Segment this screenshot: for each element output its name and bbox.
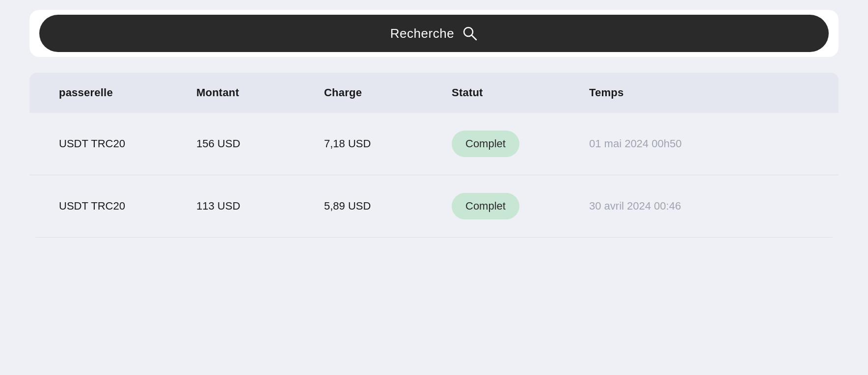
search-bar[interactable]: Recherche [39, 15, 829, 52]
svg-line-1 [472, 35, 476, 40]
col-header-montant: Montant [196, 86, 324, 99]
cell-temps-1: 01 mai 2024 00h50 [589, 137, 809, 150]
search-icon [462, 26, 478, 41]
cell-statut-2: Complet [452, 193, 589, 219]
cell-statut-1: Complet [452, 131, 589, 157]
cell-charge-1: 7,18 USD [324, 137, 452, 150]
table-container: passerelle Montant Charge Statut Temps U… [29, 73, 839, 238]
col-header-temps: Temps [589, 86, 809, 99]
col-header-passerelle: passerelle [59, 86, 196, 99]
table-row: USDT TRC20 113 USD 5,89 USD Complet 30 a… [29, 175, 839, 238]
table-header: passerelle Montant Charge Statut Temps [29, 73, 839, 113]
page-wrapper: Recherche passerelle Montant Charge Stat… [0, 0, 868, 375]
search-container: Recherche [29, 10, 839, 57]
cell-charge-2: 5,89 USD [324, 200, 452, 213]
search-bar-label: Recherche [390, 26, 454, 41]
cell-montant-2: 113 USD [196, 200, 324, 213]
cell-passerelle-2: USDT TRC20 [59, 200, 196, 213]
cell-montant-1: 156 USD [196, 137, 324, 150]
table-row: USDT TRC20 156 USD 7,18 USD Complet 01 m… [29, 113, 839, 175]
cell-passerelle-1: USDT TRC20 [59, 137, 196, 150]
status-badge-2: Complet [452, 193, 519, 219]
col-header-statut: Statut [452, 86, 589, 99]
cell-temps-2: 30 avril 2024 00:46 [589, 200, 809, 213]
status-badge-1: Complet [452, 131, 519, 157]
col-header-charge: Charge [324, 86, 452, 99]
